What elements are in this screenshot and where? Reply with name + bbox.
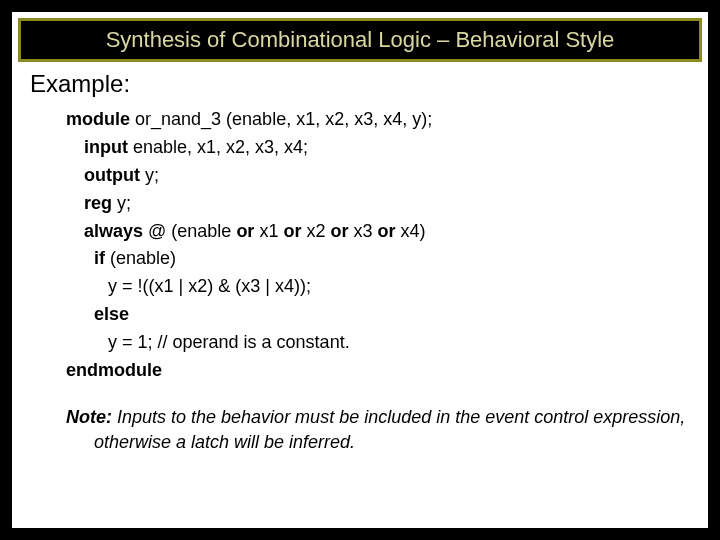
- slide: Synthesis of Combinational Logic – Behav…: [10, 10, 710, 530]
- code-text: x3: [348, 221, 377, 241]
- example-heading: Example:: [30, 70, 690, 98]
- code-text: y = 1; // operand is a constant.: [108, 332, 350, 352]
- code-line: input enable, x1, x2, x3, x4;: [66, 134, 690, 162]
- keyword-input: input: [84, 137, 128, 157]
- keyword-or: or: [283, 221, 301, 241]
- code-text: (enable): [105, 248, 176, 268]
- code-line: always @ (enable or x1 or x2 or x3 or x4…: [66, 218, 690, 246]
- code-line: if (enable): [66, 245, 690, 273]
- code-text: y = !((x1 | x2) & (x3 | x4));: [108, 276, 311, 296]
- slide-title: Synthesis of Combinational Logic – Behav…: [106, 27, 615, 52]
- title-bar: Synthesis of Combinational Logic – Behav…: [18, 18, 702, 62]
- keyword-endmodule: endmodule: [66, 360, 162, 380]
- code-block: module or_nand_3 (enable, x1, x2, x3, x4…: [66, 106, 690, 385]
- code-line: output y;: [66, 162, 690, 190]
- code-line: y = 1; // operand is a constant.: [66, 329, 690, 357]
- note-body: Inputs to the behavior must be included …: [94, 407, 685, 452]
- note-label: Note:: [66, 407, 112, 427]
- code-text: @ (enable: [143, 221, 236, 241]
- keyword-or: or: [377, 221, 395, 241]
- code-line: endmodule: [66, 357, 690, 385]
- code-text: enable, x1, x2, x3, x4;: [128, 137, 308, 157]
- code-line: y = !((x1 | x2) & (x3 | x4));: [66, 273, 690, 301]
- keyword-or: or: [330, 221, 348, 241]
- keyword-module: module: [66, 109, 130, 129]
- code-text: x2: [301, 221, 330, 241]
- code-text: y;: [140, 165, 159, 185]
- keyword-else: else: [94, 304, 129, 324]
- keyword-always: always: [84, 221, 143, 241]
- code-text: or_nand_3 (enable, x1, x2, x3, x4, y);: [130, 109, 432, 129]
- keyword-output: output: [84, 165, 140, 185]
- code-line: reg y;: [66, 190, 690, 218]
- code-line: else: [66, 301, 690, 329]
- keyword-reg: reg: [84, 193, 112, 213]
- slide-content: Example: module or_nand_3 (enable, x1, x…: [12, 62, 708, 528]
- code-text: y;: [112, 193, 131, 213]
- code-text: x4): [395, 221, 425, 241]
- code-text: x1: [254, 221, 283, 241]
- code-line: module or_nand_3 (enable, x1, x2, x3, x4…: [66, 106, 690, 134]
- keyword-or: or: [236, 221, 254, 241]
- note-paragraph: Note: Inputs to the behavior must be inc…: [66, 405, 690, 455]
- keyword-if: if: [94, 248, 105, 268]
